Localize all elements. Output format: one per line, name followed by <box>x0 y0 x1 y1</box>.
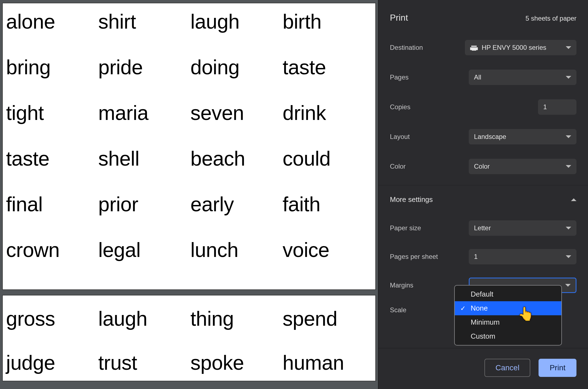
preview-word: crown <box>6 240 96 260</box>
print-button[interactable]: Print <box>539 359 576 377</box>
preview-word: tight <box>6 103 96 123</box>
preview-word: voice <box>283 240 372 260</box>
pages-per-sheet-value: 1 <box>474 253 478 261</box>
caret-down-icon <box>566 165 571 168</box>
pages-per-sheet-label: Pages per sheet <box>390 253 438 261</box>
pages-value: All <box>474 73 481 81</box>
preview-word: prior <box>98 194 188 215</box>
layout-value: Landscape <box>474 133 506 141</box>
preview-word: taste <box>6 149 96 169</box>
more-settings-label: More settings <box>390 195 433 204</box>
preview-word: spoke <box>190 353 280 373</box>
preview-word: drink <box>283 103 372 123</box>
preview-word: faith <box>283 194 372 215</box>
margins-option-default[interactable]: Default <box>455 287 561 301</box>
preview-word: taste <box>283 57 372 78</box>
pages-per-sheet-select[interactable]: 1 <box>469 249 576 264</box>
print-panel: Print 5 sheets of paper Destination HP E… <box>378 0 588 389</box>
preview-word: laugh <box>98 309 188 329</box>
preview-word: birth <box>283 12 372 32</box>
preview-word: laugh <box>190 12 280 32</box>
preview-word: legal <box>98 240 188 260</box>
preview-word: judge <box>6 353 96 373</box>
destination-value: HP ENVY 5000 series <box>482 44 566 51</box>
pages-label: Pages <box>390 73 409 81</box>
cancel-button[interactable]: Cancel <box>484 359 530 377</box>
paper-size-value: Letter <box>474 224 491 232</box>
layout-select[interactable]: Landscape <box>469 129 576 144</box>
preview-page-1: aloneshirtlaughbirthbringpridedoingtaste… <box>2 3 376 290</box>
preview-word: lunch <box>190 240 280 260</box>
margins-option-custom[interactable]: Custom <box>455 329 561 343</box>
copies-field[interactable] <box>543 103 571 111</box>
preview-word: gross <box>6 309 96 329</box>
more-settings-toggle[interactable]: More settings <box>378 187 588 214</box>
preview-word: doing <box>190 57 280 78</box>
sheet-count: 5 sheets of paper <box>526 15 576 22</box>
preview-word: early <box>190 194 280 215</box>
color-value: Color <box>474 163 490 170</box>
preview-page-2: grosslaughthingspendjudgetrustspokehuman <box>2 295 376 381</box>
margins-dropdown: DefaultNoneMinimumCustom <box>454 285 562 346</box>
destination-label: Destination <box>390 44 423 51</box>
caret-up-icon <box>571 198 576 201</box>
scale-label: Scale <box>390 306 406 314</box>
preview-word: alone <box>6 12 96 32</box>
caret-down-icon <box>566 46 571 49</box>
preview-word: trust <box>98 353 188 373</box>
copies-input[interactable] <box>538 99 576 115</box>
caret-down-icon <box>566 76 571 79</box>
preview-word: final <box>6 194 96 215</box>
paper-size-label: Paper size <box>390 224 421 232</box>
preview-word: bring <box>6 57 96 78</box>
preview-word: pride <box>98 57 188 78</box>
color-select[interactable]: Color <box>469 159 576 174</box>
pages-select[interactable]: All <box>469 70 576 85</box>
preview-word: seven <box>190 103 280 123</box>
panel-title: Print <box>390 13 408 23</box>
color-label: Color <box>390 163 406 170</box>
preview-word: shirt <box>98 12 188 32</box>
print-preview-area: aloneshirtlaughbirthbringpridedoingtaste… <box>0 0 378 389</box>
layout-label: Layout <box>390 133 410 141</box>
destination-select[interactable]: HP ENVY 5000 series <box>465 40 576 55</box>
preview-word: shell <box>98 149 188 169</box>
caret-down-icon <box>565 284 571 287</box>
margins-label: Margins <box>390 281 413 289</box>
paper-size-select[interactable]: Letter <box>469 220 576 236</box>
caret-down-icon <box>566 255 571 258</box>
preview-word: maria <box>98 103 188 123</box>
caret-down-icon <box>566 227 571 229</box>
preview-word: could <box>283 149 372 169</box>
copies-label: Copies <box>390 103 411 111</box>
printer-icon <box>470 45 478 51</box>
preview-word: spend <box>283 309 372 329</box>
preview-word: human <box>283 353 372 373</box>
caret-down-icon <box>566 135 571 138</box>
margins-option-minimum[interactable]: Minimum <box>455 315 561 329</box>
margins-option-none[interactable]: None <box>455 301 561 315</box>
preview-word: beach <box>190 149 280 169</box>
preview-word: thing <box>190 309 280 329</box>
